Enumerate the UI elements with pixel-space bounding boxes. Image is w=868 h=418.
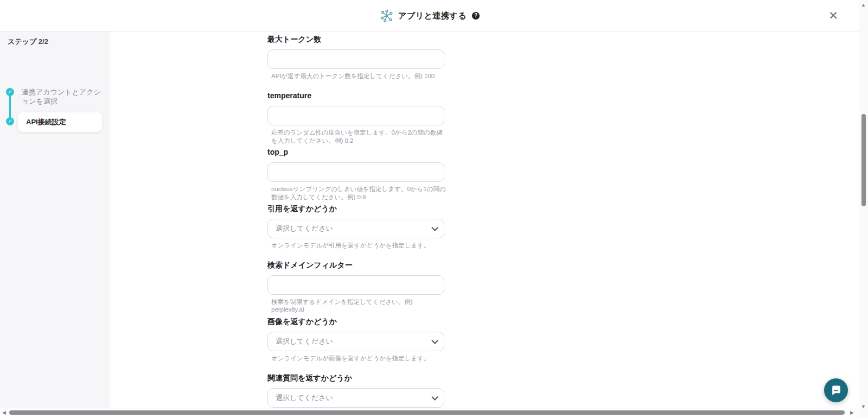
scroll-left-icon[interactable]: ◀ (2, 410, 6, 415)
scroll-up-icon[interactable]: ▲ (861, 2, 866, 8)
select-placeholder: 選択してください (276, 337, 333, 346)
field-label: 検索ドメインフィルター (267, 261, 446, 271)
form-panel: 最大トークン数 APIが返す最大のトークン数を指定してください。例) 100 t… (110, 31, 859, 409)
vertical-scrollbar-thumb[interactable] (861, 114, 866, 206)
field-helper: 検索を制限するドメインを指定してください。例) perplexity.ai (271, 298, 446, 306)
field-helper: オンラインモデルが引用を返すかどうかを指定します。 (271, 242, 446, 249)
search-domain-filter-input[interactable] (267, 275, 444, 295)
sidebar-item-select-account-action[interactable]: 連携アカウントとアクションを選択 (22, 87, 104, 106)
form-column: 最大トークン数 APIが返す最大のトークン数を指定してください。例) 100 t… (267, 35, 446, 418)
return-citations-select[interactable]: 選択してください (267, 219, 444, 238)
modal-title-group: アプリと連携する ? (0, 0, 859, 31)
max-tokens-input[interactable] (267, 49, 444, 69)
chat-bubble-icon (829, 384, 843, 397)
form-field-temperature: temperature 応答のランダム性の度合いを指定します。0から2の間の数値… (267, 91, 446, 136)
return-images-select[interactable]: 選択してください (267, 332, 444, 351)
field-label: top_p (267, 148, 446, 158)
field-label: temperature (267, 91, 446, 102)
step-counter: ステップ 2/2 (8, 37, 48, 47)
field-label: 最大トークン数 (267, 35, 446, 45)
step2-check-icon: ✓ (6, 117, 14, 125)
form-field-max-tokens: 最大トークン数 APIが返す最大のトークン数を指定してください。例) 100 (267, 35, 446, 80)
integration-network-icon (380, 9, 394, 23)
field-label: 関連質問を返すかどうか (267, 373, 446, 384)
scroll-right-icon[interactable]: ▶ (850, 410, 854, 415)
chevron-down-icon (431, 224, 438, 231)
vertical-scrollbar[interactable]: ▲ ▼ (859, 0, 868, 418)
step1-check-icon: ✓ (6, 88, 14, 96)
close-icon[interactable]: ✕ (827, 9, 840, 22)
modal-header: アプリと連携する ? ✕ (0, 0, 859, 31)
field-helper: 応答のランダム性の度合いを指定します。0から2の間の数値を入力してください。例)… (271, 129, 446, 136)
top-p-input[interactable] (267, 162, 444, 182)
field-helper: オンラインモデルが画像を返すかどうかを指定します。 (271, 354, 446, 362)
help-icon[interactable]: ? (472, 12, 480, 20)
chevron-down-icon (431, 337, 438, 344)
select-placeholder: 選択してください (276, 393, 333, 403)
horizontal-scrollbar-thumb[interactable] (9, 410, 845, 415)
form-field-return-images: 画像を返すかどうか 選択してください オンラインモデルが画像を返すかどうかを指定… (267, 317, 446, 362)
chevron-down-icon (431, 394, 438, 401)
page-title: アプリと連携する (398, 11, 467, 21)
field-helper: APIが返す最大のトークン数を指定してください。例) 100 (271, 72, 446, 80)
step-sidebar: ステップ 2/2 ✓ ✓ 連携アカウントとアクションを選択 API接続設定 (0, 31, 110, 409)
return-related-questions-select[interactable]: 選択してください (267, 388, 444, 408)
field-helper: nucleusサンプリングのしきい値を指定します。0から1の間の数値を入力してく… (271, 185, 446, 193)
select-placeholder: 選択してください (276, 224, 333, 233)
temperature-input[interactable] (267, 106, 444, 125)
field-label: 引用を返すかどうか (267, 204, 446, 214)
form-field-return-citations: 引用を返すかどうか 選択してください オンラインモデルが引用を返すかどうかを指定… (267, 204, 446, 249)
horizontal-scrollbar[interactable]: ◀ ▶ (0, 408, 859, 417)
chat-launcher-button[interactable] (824, 378, 848, 402)
form-field-search-domain-filter: 検索ドメインフィルター 検索を制限するドメインを指定してください。例) perp… (267, 261, 446, 306)
form-field-top-p: top_p nucleusサンプリングのしきい値を指定します。0から1の間の数値… (267, 148, 446, 193)
scroll-down-icon[interactable]: ▼ (861, 404, 866, 409)
sidebar-item-api-connection-settings[interactable]: API接続設定 (18, 112, 102, 132)
field-label: 画像を返すかどうか (267, 317, 446, 327)
